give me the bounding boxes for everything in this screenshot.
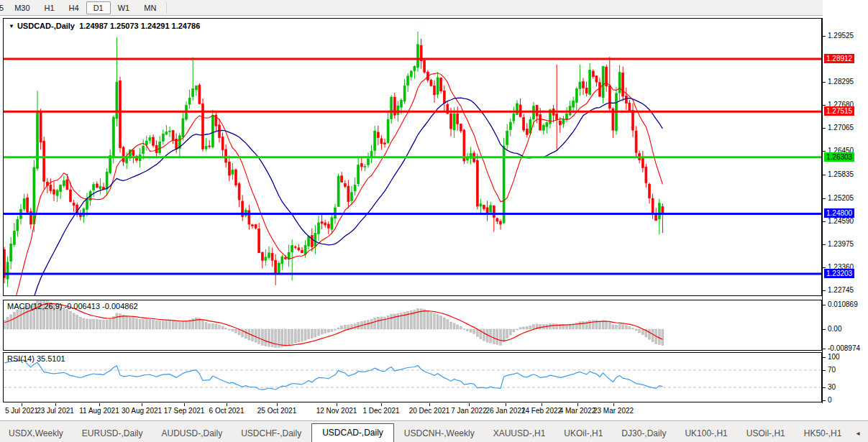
timeframe-button-w1[interactable]: W1 <box>111 1 137 14</box>
tab-usdcad-daily[interactable]: USDCAD-,Daily <box>311 423 394 442</box>
date-axis-label: 4 Mar 2022 <box>559 407 596 415</box>
symbol-tab-bar: USDX,WeeklyEURUSD-,DailyAUDUSD-,DailyUSD… <box>0 420 868 442</box>
tab-audusd-daily[interactable]: AUDUSD-,Daily <box>152 425 231 442</box>
date-axis-label: 30 Aug 2021 <box>122 407 162 415</box>
macd-axis-tick-label: -0.008974 <box>828 344 860 352</box>
chart-dropdown-icon[interactable]: ▼ <box>9 23 14 29</box>
toolbar-separator <box>166 2 167 14</box>
tab-uk100-h1[interactable]: UK100-,H1 <box>676 425 736 442</box>
price-axis-tick-label: 1.25205 <box>828 194 854 202</box>
tab-hk50-h1[interactable]: HK50-,H1 <box>795 425 851 442</box>
tab-ukoil-h1[interactable]: UKOil-,H1 <box>555 425 611 442</box>
date-tick <box>613 403 614 406</box>
price-chart-canvas[interactable] <box>4 19 821 295</box>
date-axis-label: 6 Oct 2021 <box>209 407 245 415</box>
date-tick <box>429 403 430 406</box>
price-axis[interactable]: 1.295251.282951.276801.270651.264501.258… <box>823 0 868 420</box>
trading-terminal-window: 5 M30H1H4D1W1MN ▼USDCAD-,Daily 1.24987 1… <box>0 0 868 442</box>
price-tick <box>822 290 826 291</box>
chart-ohlc-values: 1.24987 1.25073 1.24291 1.24786 <box>79 22 200 30</box>
date-axis-label: 5 Jul 2021 <box>5 407 38 415</box>
tab-usdx-weekly[interactable]: USDX,Weekly <box>0 425 72 442</box>
date-axis-label: 26 Jan 2022 <box>485 407 525 415</box>
tab-dj30-daily[interactable]: DJ30-,Daily <box>613 425 675 442</box>
date-tick <box>142 403 142 406</box>
price-tick <box>822 105 826 106</box>
macd-tick <box>822 329 826 330</box>
macd-axis-tick-label: 0.010869 <box>828 300 858 308</box>
rsi-canvas[interactable] <box>4 353 821 402</box>
date-tick <box>542 403 542 406</box>
price-chart-pane[interactable] <box>3 18 822 296</box>
macd-tick <box>822 305 826 305</box>
tab-xauusd-h1[interactable]: XAUUSD-,H1 <box>485 425 554 442</box>
timeframe-button-mn[interactable]: MN <box>137 1 163 14</box>
price-tick <box>822 82 826 83</box>
rsi-tick <box>822 387 826 388</box>
rsi-tick <box>822 370 826 371</box>
rsi-label: RSI(14) 35.5101 <box>7 354 65 363</box>
timeframe-button-m30[interactable]: M30 <box>7 1 37 14</box>
rsi-tick <box>822 400 826 401</box>
level-price-label: 1.27515 <box>824 106 854 116</box>
tab-usdcnh-weekly[interactable]: USDCNH-,Weekly <box>396 425 483 442</box>
rsi-axis-tick-label: 30 <box>828 383 836 391</box>
price-axis-tick-label: 1.25835 <box>828 170 854 178</box>
date-tick <box>227 403 227 406</box>
date-tick <box>506 403 506 406</box>
date-axis-label: 17 Sep 2021 <box>164 407 205 415</box>
timeframe-button-partial[interactable]: 5 <box>0 1 7 14</box>
price-tick <box>822 175 826 175</box>
date-tick <box>469 403 470 406</box>
level-price-label: 1.28912 <box>824 54 854 63</box>
price-axis-tick-label: 1.23975 <box>828 240 854 248</box>
level-price-label: 1.24800 <box>824 208 854 218</box>
timeframe-button-d1[interactable]: D1 <box>86 1 111 14</box>
date-axis-label: 1 Dec 2021 <box>362 407 399 415</box>
rsi-indicator-pane[interactable] <box>3 352 822 402</box>
price-axis-tick-label: 1.28295 <box>828 78 854 86</box>
date-axis-label: 20 Dec 2021 <box>409 407 450 415</box>
price-axis-tick-label: 1.29525 <box>828 32 854 40</box>
date-tick <box>381 403 382 406</box>
price-tick <box>822 198 826 199</box>
date-axis-label: 7 Jan 2022 <box>451 407 487 415</box>
date-axis-label: 23 Mar 2022 <box>593 407 634 415</box>
date-axis[interactable]: 5 Jul 202123 Jul 202111 Aug 202130 Aug 2… <box>0 403 868 420</box>
price-tick <box>822 221 826 222</box>
tab-usdchf-daily[interactable]: USDCHF-,Daily <box>232 425 310 442</box>
date-axis-label: 11 Aug 2021 <box>79 407 119 415</box>
date-tick <box>184 403 185 406</box>
tab-usoil-h1[interactable]: USOil-,H1 <box>738 425 794 442</box>
price-axis-tick-label: 1.24590 <box>828 217 854 225</box>
chart-title: ▼USDCAD-,Daily 1.24987 1.25073 1.24291 1… <box>9 22 200 30</box>
timeframe-button-h4[interactable]: H4 <box>62 1 86 14</box>
price-tick <box>822 36 826 37</box>
level-price-label: 1.23203 <box>824 269 854 278</box>
macd-axis-tick-label: 0.00 <box>828 325 841 333</box>
rsi-axis-tick-label: 100 <box>828 353 840 361</box>
price-tick <box>822 128 826 129</box>
level-price-label: 1.26303 <box>824 152 854 162</box>
date-tick <box>337 403 337 406</box>
timeframe-buttons: M30H1H4D1W1MN <box>7 1 163 14</box>
price-tick <box>822 151 826 152</box>
date-tick <box>55 403 56 406</box>
date-tick <box>577 403 578 406</box>
rsi-axis-tick-label: 70 <box>828 366 836 374</box>
price-axis-tick-label: 1.27065 <box>828 124 854 132</box>
scroll-tabs-left-button[interactable]: ◂ <box>851 426 864 442</box>
scroll-tabs-right-button[interactable]: ▸ <box>864 426 868 442</box>
date-tick <box>277 403 278 406</box>
rsi-tick <box>822 357 826 358</box>
timeframe-button-h1[interactable]: H1 <box>37 1 62 14</box>
macd-tick <box>822 349 826 349</box>
date-tick <box>22 403 22 406</box>
price-tick <box>822 244 826 245</box>
price-tick <box>822 267 826 268</box>
chart-symbol-label: USDCAD-,Daily <box>17 22 75 30</box>
date-axis-label: 12 Nov 2021 <box>316 407 357 415</box>
date-axis-label: 14 Feb 2022 <box>521 407 562 415</box>
timeframe-toolbar: 5 M30H1H4D1W1MN <box>0 0 868 16</box>
tab-eurusd-daily[interactable]: EURUSD-,Daily <box>73 425 152 442</box>
